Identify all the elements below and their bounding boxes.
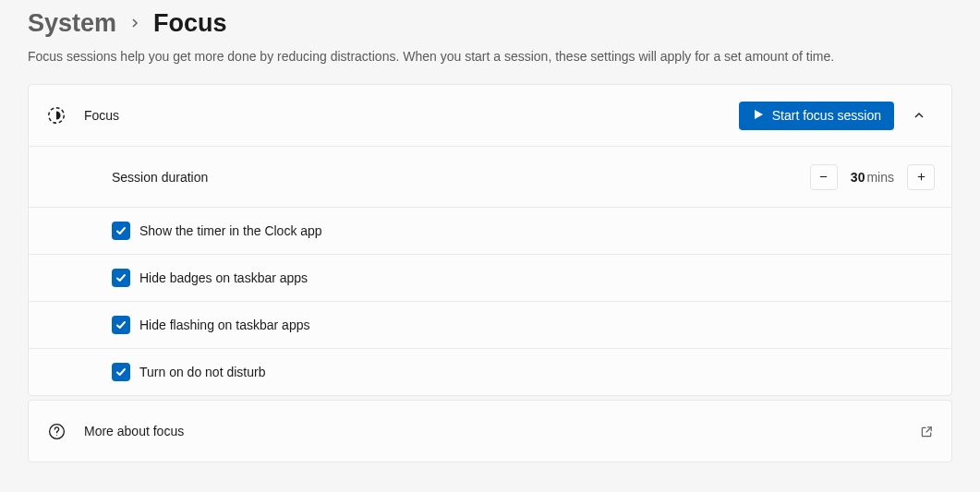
focus-header-label: Focus <box>84 108 739 123</box>
duration-stepper: 30mins <box>810 164 935 190</box>
breadcrumb: System Focus <box>28 9 952 38</box>
checkbox-checked-icon <box>112 316 130 334</box>
option-hide-flashing-checkbox[interactable]: Hide flashing on taskbar apps <box>112 316 309 334</box>
collapse-button[interactable] <box>903 100 935 131</box>
checkbox-checked-icon <box>112 222 130 240</box>
option-dnd-label: Turn on do not disturb <box>139 365 265 379</box>
duration-value: 30mins <box>843 170 901 185</box>
minus-icon <box>818 172 829 182</box>
option-hide-flashing-label: Hide flashing on taskbar apps <box>139 318 309 332</box>
more-about-card: More about focus <box>28 400 952 462</box>
option-hide-badges-label: Hide badges on taskbar apps <box>139 270 308 285</box>
duration-unit: mins <box>866 170 894 185</box>
option-hide-flashing-row: Hide flashing on taskbar apps <box>29 301 951 348</box>
session-duration-label: Session duration <box>112 170 810 185</box>
start-focus-session-button[interactable]: Start focus session <box>739 102 894 130</box>
option-show-timer-checkbox[interactable]: Show the timer in the Clock app <box>112 222 322 240</box>
option-dnd-checkbox[interactable]: Turn on do not disturb <box>112 363 265 381</box>
option-show-timer-label: Show the timer in the Clock app <box>139 223 322 238</box>
more-about-label: More about focus <box>84 424 918 438</box>
duration-number: 30 <box>851 170 865 185</box>
play-icon <box>752 108 765 124</box>
checkbox-checked-icon <box>112 269 130 287</box>
option-hide-badges-checkbox[interactable]: Hide badges on taskbar apps <box>112 269 308 287</box>
option-hide-badges-row: Hide badges on taskbar apps <box>29 254 951 301</box>
focus-header-row[interactable]: Focus Start focus session <box>29 85 951 146</box>
page-title: Focus <box>153 9 227 38</box>
decrease-duration-button[interactable] <box>810 164 838 190</box>
option-show-timer-row: Show the timer in the Clock app <box>29 207 951 254</box>
session-duration-row: Session duration 30mins <box>29 146 951 207</box>
open-link-icon <box>918 423 935 439</box>
page-description: Focus sessions help you get more done by… <box>28 49 952 64</box>
focus-icon <box>45 104 67 126</box>
increase-duration-button[interactable] <box>907 164 935 190</box>
plus-icon <box>916 172 926 182</box>
option-dnd-row: Turn on do not disturb <box>29 348 951 395</box>
focus-card: Focus Start focus session Session durati… <box>28 84 952 396</box>
start-button-label: Start focus session <box>772 108 881 123</box>
checkbox-checked-icon <box>112 363 130 381</box>
chevron-right-icon <box>129 16 140 32</box>
svg-point-2 <box>55 434 56 435</box>
more-about-focus-link[interactable]: More about focus <box>29 401 951 462</box>
help-icon <box>45 420 67 442</box>
chevron-up-icon <box>913 110 925 121</box>
breadcrumb-parent[interactable]: System <box>28 9 116 38</box>
